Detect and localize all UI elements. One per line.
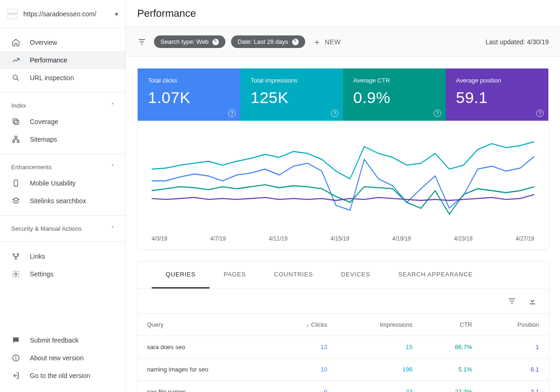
nav-group-other: Links Settings: [0, 242, 126, 289]
plus-icon: ＋: [313, 38, 322, 46]
cell-impressions: 33: [336, 381, 422, 392]
sidebar-item-overview[interactable]: Overview: [0, 34, 126, 51]
sidebar-item-label: Submit feedback: [30, 337, 78, 344]
filter-chip-date[interactable]: Date: Last 28 days: [231, 35, 305, 48]
links-icon: [11, 252, 21, 261]
chevron-up-icon: ˄: [111, 102, 114, 109]
sidebar-item-label: About new version: [30, 354, 84, 362]
site-url: https://saradoesseo.com/: [23, 10, 109, 18]
chart-series-clicks: [152, 157, 534, 211]
nav-group-main: Overview Performance URL inspection: [0, 28, 126, 93]
new-label: NEW: [325, 38, 341, 46]
tab-countries[interactable]: COUNTRIES: [260, 261, 327, 289]
help-icon[interactable]: ?: [228, 110, 236, 117]
sidebar-item-label: URL inspection: [30, 74, 74, 82]
sidebar-item-label: Sitelinks searchbox: [30, 197, 86, 205]
svg-rect-3: [13, 119, 17, 123]
nav-header-index[interactable]: Index ˄: [0, 98, 126, 113]
sidebar-item-sitemaps[interactable]: Sitemaps: [0, 131, 126, 148]
tile-label: Average position: [456, 77, 538, 84]
home-icon: [11, 38, 21, 47]
table-row[interactable]: naming images for seo101965.1%6.1: [138, 358, 548, 381]
sidebar-item-label: Mobile Usability: [30, 179, 76, 187]
tile-value: 1.07K: [148, 89, 230, 107]
nav-header-security[interactable]: Security & Manual Actions ˅: [0, 221, 126, 236]
x-axis-label: 4/11/19: [269, 235, 287, 242]
svg-rect-5: [13, 141, 14, 143]
sidebar-item-url-inspection[interactable]: URL inspection: [0, 69, 126, 87]
tab-pages[interactable]: PAGES: [210, 261, 260, 289]
table-row[interactable]: sara does seo131586.7%1: [138, 336, 548, 358]
sidebar-item-label: Performance: [30, 56, 67, 64]
metrics-card: Total clicks 1.07K ? Total impressions 1…: [137, 68, 549, 250]
col-clicks[interactable]: ↓Clicks: [271, 314, 336, 336]
help-icon[interactable]: ?: [536, 110, 544, 117]
trending-up-icon: [11, 56, 21, 64]
svg-point-13: [15, 273, 17, 275]
nav-header-label: Index: [11, 102, 26, 109]
tab-devices[interactable]: DEVICES: [327, 261, 385, 289]
sidebar-item-about[interactable]: About new version: [0, 349, 126, 367]
phone-icon: [11, 179, 21, 187]
col-impressions[interactable]: Impressions: [336, 314, 422, 336]
cell-ctr: 86.7%: [422, 336, 482, 358]
svg-point-16: [16, 357, 16, 357]
sidebar-spacer: [0, 289, 126, 328]
col-query[interactable]: Query: [138, 314, 271, 336]
nav-group-enhancements: Enhancements ˄ Mobile Usability Sitelink…: [0, 154, 126, 216]
add-filter-button[interactable]: ＋ NEW: [313, 38, 341, 46]
pencil-icon: [212, 39, 219, 45]
search-icon: [11, 74, 21, 82]
svg-point-12: [15, 258, 17, 259]
sidebar-item-performance[interactable]: Performance: [0, 51, 126, 69]
tile-label: Total impressions: [251, 77, 333, 84]
sidebar-item-old-version[interactable]: Go to the old version: [0, 367, 126, 385]
nav-group-security: Security & Manual Actions ˅: [0, 216, 126, 242]
table-tools: [138, 289, 548, 313]
pencil-icon: [292, 39, 299, 45]
sidebar-item-settings[interactable]: Settings: [0, 265, 126, 283]
table-card: QUERIESPAGESCOUNTRIESDEVICESSEARCH APPEA…: [137, 261, 549, 392]
cell-position: 3.1: [482, 381, 548, 392]
chip-label: Search type: Web: [161, 38, 209, 45]
help-icon[interactable]: ?: [434, 110, 441, 117]
table-row[interactable]: seo file names93327.3%3.1: [138, 381, 548, 392]
filter-icon[interactable]: [137, 37, 147, 47]
metric-tile-impressions[interactable]: Total impressions 125K ?: [240, 69, 343, 121]
help-icon[interactable]: ?: [331, 110, 338, 117]
site-logo-icon: SEO: [7, 9, 18, 19]
tab-search-appearance[interactable]: SEARCH APPEARANCE: [384, 261, 487, 289]
metric-tile-position[interactable]: Average position 59.1 ?: [446, 69, 548, 121]
sidebar-item-coverage[interactable]: Coverage: [0, 113, 126, 131]
layers-icon: [11, 197, 21, 205]
chevron-down-icon: ˅: [111, 225, 114, 232]
chart-x-axis: 4/3/194/7/194/11/194/15/194/19/194/23/19…: [138, 234, 548, 249]
filter-chip-search-type[interactable]: Search type: Web: [154, 35, 225, 48]
cell-impressions: 196: [336, 358, 422, 381]
sidebar-item-sitelinks-searchbox[interactable]: Sitelinks searchbox: [0, 192, 126, 210]
metric-tile-ctr[interactable]: Average CTR 0.9% ?: [343, 69, 446, 121]
metric-tile-clicks[interactable]: Total clicks 1.07K ?: [138, 69, 240, 121]
sidebar-item-links[interactable]: Links: [0, 248, 126, 265]
table-tabs: QUERIESPAGESCOUNTRIESDEVICESSEARCH APPEA…: [138, 261, 548, 289]
col-ctr[interactable]: CTR: [422, 314, 482, 336]
sidebar-item-label: Settings: [30, 270, 54, 278]
tile-value: 0.9%: [353, 89, 435, 107]
tab-queries[interactable]: QUERIES: [152, 261, 210, 289]
cell-clicks: 13: [271, 336, 336, 358]
filter-icon[interactable]: [507, 296, 517, 306]
tile-label: Average CTR: [353, 77, 435, 84]
sidebar-item-submit-feedback[interactable]: Submit feedback: [0, 331, 126, 349]
site-selector[interactable]: SEO https://saradoesseo.com/ ▾: [0, 0, 126, 28]
download-icon[interactable]: [528, 296, 537, 306]
svg-rect-6: [17, 141, 19, 143]
col-position[interactable]: Position: [482, 314, 548, 336]
sidebar: SEO https://saradoesseo.com/ ▾ Overview …: [0, 0, 126, 392]
svg-rect-2: [14, 120, 19, 124]
sidebar-item-mobile-usability[interactable]: Mobile Usability: [0, 174, 126, 192]
nav-header-enhancements[interactable]: Enhancements ˄: [0, 160, 126, 174]
cell-clicks: 10: [271, 358, 336, 381]
cell-position: 1: [482, 336, 548, 358]
main: Performance Search type: Web Date: Last …: [126, 0, 560, 392]
queries-table: Query ↓Clicks Impressions CTR Position s…: [138, 313, 548, 392]
